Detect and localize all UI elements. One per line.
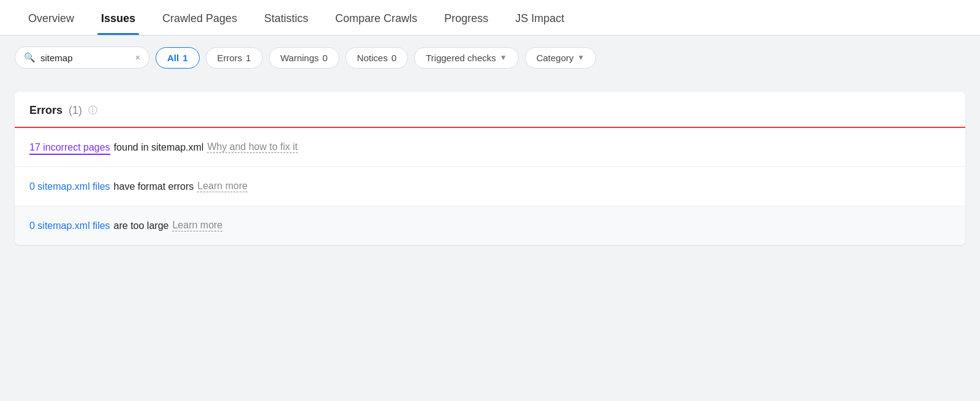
incorrect-pages-link[interactable]: 17 incorrect pages <box>29 142 110 153</box>
triggered-checks-dropdown-button[interactable]: Triggered checks ▼ <box>414 47 518 69</box>
error-row-too-large: 0 sitemap.xml files are too large Learn … <box>15 206 965 245</box>
why-fix-link[interactable]: Why and how to fix it <box>207 141 298 153</box>
tab-issues[interactable]: Issues <box>88 0 149 35</box>
filter-all-count: 1 <box>183 53 187 63</box>
format-errors-learn-more-link[interactable]: Learn more <box>197 181 247 192</box>
category-dropdown-button[interactable]: Category ▼ <box>525 47 597 69</box>
triggered-checks-chevron-icon: ▼ <box>500 53 507 62</box>
category-label: Category <box>537 53 574 63</box>
error-row-inner-3: 0 sitemap.xml files are too large Learn … <box>29 220 222 231</box>
tab-progress[interactable]: Progress <box>431 0 502 35</box>
search-box[interactable]: 🔍 sitemap × <box>15 47 149 69</box>
category-chevron-icon: ▼ <box>578 53 585 62</box>
error-row-inner-1: 17 incorrect pages found in sitemap.xml … <box>29 141 298 153</box>
filter-notices-label: Notices <box>357 53 388 63</box>
incorrect-pages-text: found in sitemap.xml <box>114 142 204 153</box>
main-content: Errors (1) ⓘ 17 incorrect pages found in… <box>0 80 980 257</box>
filter-warnings-label: Warnings <box>281 53 319 63</box>
info-icon[interactable]: ⓘ <box>88 105 97 116</box>
tab-statistics[interactable]: Statistics <box>251 0 322 35</box>
clear-search-button[interactable]: × <box>135 53 140 62</box>
error-row-incorrect-pages: 17 incorrect pages found in sitemap.xml … <box>15 128 965 167</box>
filter-all-label: All <box>167 53 179 63</box>
filter-notices-button[interactable]: Notices 0 <box>345 47 408 69</box>
too-large-text: are too large <box>114 220 169 231</box>
errors-title: Errors <box>29 104 62 117</box>
filter-all-button[interactable]: All 1 <box>156 47 200 69</box>
format-errors-link[interactable]: 0 sitemap.xml files <box>29 181 110 192</box>
filter-notices-count: 0 <box>391 53 396 63</box>
filter-errors-count: 1 <box>246 53 251 63</box>
too-large-learn-more-link[interactable]: Learn more <box>172 220 222 231</box>
errors-header: Errors (1) ⓘ <box>15 92 965 128</box>
tab-overview[interactable]: Overview <box>15 0 88 35</box>
filter-bar: 🔍 sitemap × All 1 Errors 1 Warnings 0 No… <box>0 36 980 80</box>
search-icon: 🔍 <box>24 52 36 63</box>
tab-crawled-pages[interactable]: Crawled Pages <box>149 0 251 35</box>
errors-section: Errors (1) ⓘ 17 incorrect pages found in… <box>15 92 965 245</box>
filter-errors-label: Errors <box>217 53 243 63</box>
filter-warnings-count: 0 <box>323 53 328 63</box>
error-row-inner-2: 0 sitemap.xml files have format errors L… <box>29 181 247 192</box>
errors-count: (1) <box>69 104 82 117</box>
filter-errors-button[interactable]: Errors 1 <box>206 47 263 69</box>
tab-bar: Overview Issues Crawled Pages Statistics… <box>0 0 980 36</box>
search-value: sitemap <box>40 53 130 63</box>
too-large-link[interactable]: 0 sitemap.xml files <box>29 220 110 231</box>
error-row-format-errors: 0 sitemap.xml files have format errors L… <box>15 167 965 206</box>
tab-compare-crawls[interactable]: Compare Crawls <box>322 0 431 35</box>
filter-warnings-button[interactable]: Warnings 0 <box>269 47 339 69</box>
triggered-checks-label: Triggered checks <box>426 53 496 63</box>
tab-js-impact[interactable]: JS Impact <box>502 0 578 35</box>
format-errors-text: have format errors <box>114 181 194 192</box>
